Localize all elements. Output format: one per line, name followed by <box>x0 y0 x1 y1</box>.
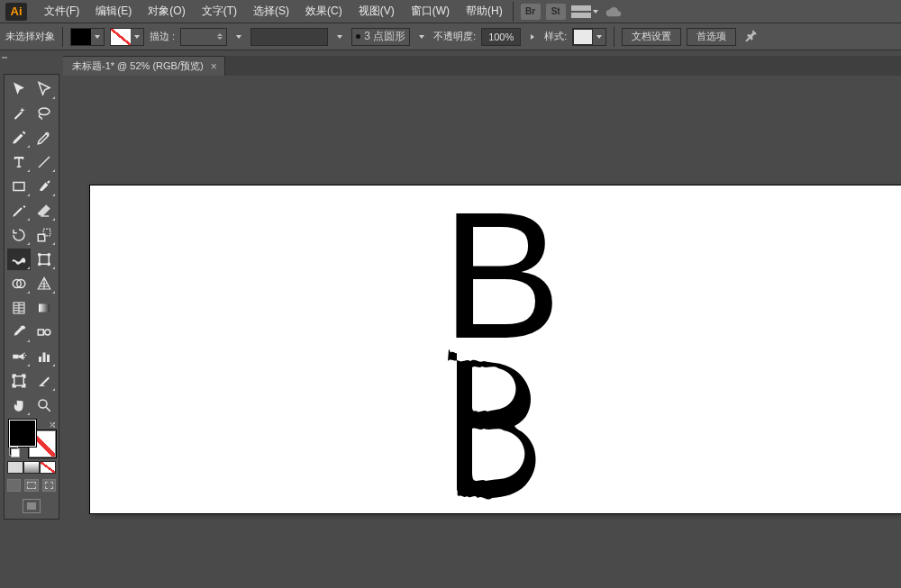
artboard[interactable]: B <box>90 185 901 513</box>
selection-tool[interactable] <box>7 78 31 100</box>
menu-select[interactable]: 选择(S) <box>245 0 297 23</box>
direct-selection-tool[interactable] <box>33 78 57 100</box>
spinner[interactable] <box>217 33 223 40</box>
hand-tool[interactable] <box>7 394 31 416</box>
fill-color-box[interactable] <box>9 420 36 447</box>
stroke-swatch <box>111 29 131 45</box>
type-tool[interactable] <box>7 151 31 173</box>
draw-behind[interactable] <box>24 479 38 492</box>
svg-point-17 <box>25 355 27 357</box>
gradient-tool[interactable] <box>33 297 57 319</box>
column-graph-tool[interactable] <box>33 346 57 367</box>
magic-wand-tool[interactable] <box>7 103 31 124</box>
pen-tool[interactable] <box>7 127 31 149</box>
artboard-tool[interactable] <box>7 370 31 392</box>
menu-bar: Ai 文件(F) 编辑(E) 对象(O) 文字(T) 选择(S) 效果(C) 视… <box>0 0 901 23</box>
rotate-tool[interactable] <box>7 224 31 246</box>
preferences-button[interactable]: 首选项 <box>687 28 736 46</box>
panel-dock-grip[interactable] <box>0 50 9 65</box>
perspective-grid-tool[interactable] <box>33 273 57 294</box>
artwork-letter-rough[interactable] <box>441 348 550 501</box>
fill-swatch <box>71 29 91 45</box>
color-mode-gradient[interactable] <box>23 461 40 474</box>
menu-view[interactable]: 视图(V) <box>350 0 403 23</box>
tab-close-button[interactable]: × <box>211 60 217 73</box>
stroke-weight-dropdown[interactable] <box>232 29 245 45</box>
brush-name: 3 点圆形 <box>364 29 405 44</box>
tab-title: 未标题-1* @ 52% (RGB/预览) <box>72 59 204 73</box>
chevron-down-icon <box>593 29 605 45</box>
chevron-right-icon[interactable] <box>524 31 541 43</box>
arrange-docs-button[interactable] <box>571 5 598 18</box>
pin-icon[interactable] <box>743 29 760 45</box>
chevron-down-icon[interactable] <box>333 29 346 45</box>
document-setup-button[interactable]: 文档设置 <box>622 28 681 46</box>
slice-tool[interactable] <box>33 370 57 392</box>
eraser-tool[interactable] <box>33 200 57 222</box>
svg-point-0 <box>39 108 50 115</box>
chevron-down-icon <box>91 29 104 45</box>
bridge-icon[interactable]: Br <box>521 4 541 20</box>
swap-fill-stroke-icon[interactable]: ⤭ <box>49 420 56 430</box>
rectangle-tool[interactable] <box>7 176 31 197</box>
graphic-style-button[interactable] <box>572 28 606 46</box>
color-mode-solid[interactable] <box>7 461 23 474</box>
svg-rect-4 <box>40 255 50 265</box>
scale-tool[interactable] <box>33 224 57 246</box>
svg-point-5 <box>39 254 41 256</box>
canvas-viewport[interactable]: B <box>63 76 901 588</box>
screen-mode-button[interactable] <box>23 499 41 513</box>
svg-point-7 <box>39 263 41 265</box>
width-tool[interactable] <box>7 249 31 270</box>
free-transform-tool[interactable] <box>33 249 57 270</box>
opacity-label: 不透明度: <box>433 30 476 43</box>
chevron-down-icon <box>131 29 143 45</box>
svg-point-18 <box>23 357 25 358</box>
curvature-tool[interactable] <box>33 127 57 149</box>
svg-point-23 <box>39 400 47 408</box>
symbol-sprayer-tool[interactable] <box>7 346 31 367</box>
blend-tool[interactable] <box>33 321 57 343</box>
menu-edit[interactable]: 编辑(E) <box>87 0 140 23</box>
zoom-tool[interactable] <box>33 394 57 416</box>
stock-icon[interactable]: St <box>546 4 566 20</box>
color-mode-row <box>7 461 56 474</box>
opacity-input[interactable]: 100% <box>481 28 521 46</box>
pencil-tool[interactable] <box>7 200 31 222</box>
chevron-down-icon[interactable] <box>415 29 428 45</box>
tab-document-1[interactable]: 未标题-1* @ 52% (RGB/预览) × <box>63 56 225 76</box>
line-segment-tool[interactable] <box>33 151 57 173</box>
stroke-swatch-button[interactable] <box>110 28 144 46</box>
draw-normal[interactable] <box>7 479 21 492</box>
selection-status: 未选择对象 <box>5 30 55 43</box>
brush-definition-dropdown[interactable]: 3 点圆形 <box>351 28 410 46</box>
style-swatch <box>573 29 593 45</box>
menu-effect[interactable]: 效果(C) <box>297 0 350 23</box>
default-fill-stroke-icon[interactable] <box>9 447 20 457</box>
shape-builder-tool[interactable] <box>7 273 31 294</box>
fill-stroke-indicator[interactable]: ⤭ <box>7 420 58 457</box>
color-mode-none[interactable] <box>40 461 56 474</box>
draw-mode-row <box>7 479 56 492</box>
svg-rect-21 <box>47 355 50 362</box>
eyedropper-tool[interactable] <box>7 321 31 343</box>
paintbrush-tool[interactable] <box>33 176 57 197</box>
arrange-icon <box>571 5 591 18</box>
menu-type[interactable]: 文字(T) <box>194 0 245 23</box>
control-bar: 未选择对象 描边 : 3 点圆形 不透明度: 100% 样式: 文档设置 首选项 <box>0 23 901 50</box>
fill-swatch-button[interactable] <box>70 28 105 46</box>
tools-panel: ⤭ <box>4 74 59 520</box>
menu-help[interactable]: 帮助(H) <box>458 0 511 23</box>
lasso-tool[interactable] <box>33 103 57 124</box>
mesh-tool[interactable] <box>7 297 31 319</box>
menu-window[interactable]: 窗口(W) <box>403 0 458 23</box>
menu-file[interactable]: 文件(F) <box>36 0 87 23</box>
stroke-weight-input[interactable] <box>180 28 227 46</box>
sync-icon[interactable] <box>604 4 623 20</box>
artwork-letter-clean[interactable]: B <box>441 202 561 349</box>
svg-rect-13 <box>39 330 44 335</box>
menu-object[interactable]: 对象(O) <box>140 0 193 23</box>
stroke-profile-dropdown[interactable] <box>250 28 328 46</box>
draw-inside[interactable] <box>42 479 56 492</box>
svg-point-6 <box>48 254 50 256</box>
